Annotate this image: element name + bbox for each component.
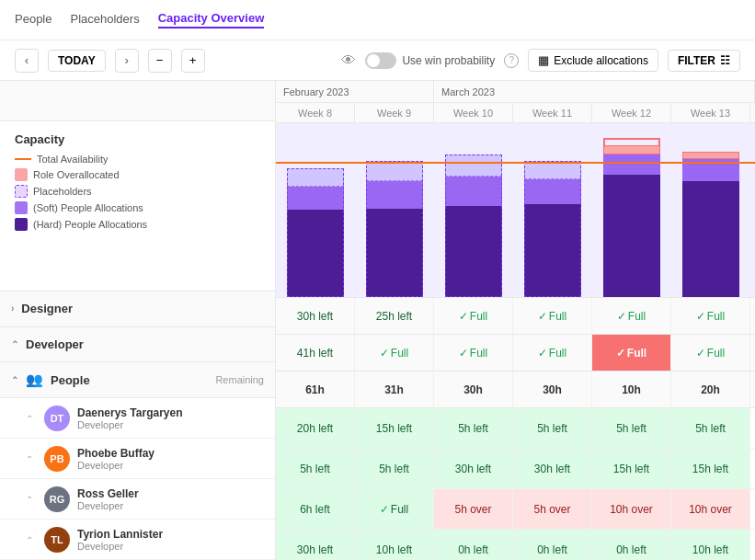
person-role-daenerys: Developer <box>77 419 183 430</box>
prev-button[interactable]: ‹ <box>15 49 39 73</box>
ross-cells: 6h left ✓Full 5h over 5h over 10h over 1… <box>276 489 755 530</box>
win-prob-toggle[interactable] <box>365 52 396 69</box>
today-button[interactable]: TODAY <box>48 50 106 72</box>
excl-alloc-button[interactable]: ▦ Exclude allocations <box>528 49 658 72</box>
designer-group-header[interactable]: › Designer <box>0 291 275 327</box>
person-info-tyrion: Tyrion Lannister Developer <box>77 528 163 552</box>
dev-cell-3: ✓Full <box>513 335 592 371</box>
dt-cell-0: 20h left <box>276 408 355 448</box>
person-info-ross: Ross Geller Developer <box>77 487 139 511</box>
dt-cell-5: 5h left <box>671 408 750 448</box>
designer-chevron: › <box>11 303 14 314</box>
rg-cell-5: 10h over <box>671 489 750 529</box>
bar-week8 <box>276 123 355 297</box>
daenerys-cells: 20h left 15h left 5h left 5h left 5h lef… <box>276 408 755 449</box>
month-mar: March 2023 <box>434 81 755 102</box>
ph-cell-1: 31h <box>355 371 434 407</box>
person-name-phoebe: Phoebe Buffay <box>77 447 154 460</box>
bar-week10 <box>434 123 513 297</box>
dev-cell-5: ✓Full <box>671 335 750 371</box>
legend: Capacity Total Availability Role Overall… <box>0 121 275 291</box>
person-chevron-ross: ⌃ <box>26 495 33 505</box>
people-header-data-row: 61h 31h 30h 30h 10h 20h <box>276 371 755 408</box>
designer-cell-2: ✓✓ FullFull <box>434 298 513 334</box>
weeks-row: Week 8 Week 9 Week 10 Week 11 Week 12 We… <box>276 103 755 123</box>
nav-capacity-overview[interactable]: Capacity Overview <box>158 11 265 29</box>
rg-cell-4: 10h over <box>592 489 671 529</box>
legend-total-avail: Total Availability <box>15 154 260 165</box>
tl-cell-4: 0h left <box>592 530 671 560</box>
designer-label: Designer <box>21 302 73 315</box>
filter-button[interactable]: FILTER ☷ <box>668 50 740 72</box>
toolbar: ‹ TODAY › − + 👁 Use win probability ? ▦ … <box>0 40 755 81</box>
person-chevron-phoebe: ⌃ <box>26 454 33 464</box>
tl-cell-5: 10h left <box>671 530 750 560</box>
legend-hard-alloc-icon <box>15 218 28 231</box>
avatar-tyrion: TL <box>44 527 70 553</box>
designer-cell-5: ✓Full <box>671 298 750 334</box>
week-11: Week 11 <box>513 103 592 122</box>
dev-cell-0: 41h left <box>276 335 355 371</box>
person-left-tyrion: ⌃ TL Tyrion Lannister Developer <box>0 520 276 560</box>
person-left-daenerys: ⌃ DT Daenerys Targaryen Developer <box>0 398 276 439</box>
people-subheader: ⌃ 👥 People Remaining <box>0 362 275 398</box>
left-panel: Capacity Total Availability Role Overall… <box>0 81 276 560</box>
person-row-daenerys: ⌃ DT Daenerys Targaryen Developer <box>0 398 275 439</box>
pb-cell-3: 30h left <box>513 449 592 488</box>
dt-cell-2: 5h left <box>434 408 513 448</box>
pb-cell-4: 15h left <box>592 449 671 488</box>
filter-icon: ☷ <box>720 54 730 67</box>
zoom-out-button[interactable]: − <box>148 49 172 73</box>
dev-cell-2: ✓Full <box>434 335 513 371</box>
person-role-tyrion: Developer <box>77 541 163 552</box>
excl-alloc-label: Exclude allocations <box>554 54 648 67</box>
person-info-phoebe: Phoebe Buffay Developer <box>77 447 154 471</box>
developer-chevron: ⌃ <box>11 339 18 349</box>
legend-placeholders: Placeholders <box>15 185 260 198</box>
people-chevron: ⌃ <box>11 375 18 385</box>
designer-cell-0: 30h left <box>276 298 355 334</box>
legend-placeholders-icon <box>15 185 28 198</box>
nav-people[interactable]: People <box>15 12 51 28</box>
columns-icon: ▦ <box>538 53 549 67</box>
ph-cell-4: 10h <box>592 371 671 407</box>
designer-cell-1: 25h left <box>355 298 434 334</box>
pb-cell-2: 30h left <box>434 449 513 488</box>
person-role-ross: Developer <box>77 500 139 511</box>
next-button[interactable]: › <box>115 49 139 73</box>
avatar-phoebe: PB <box>44 446 70 472</box>
nav-placeholders[interactable]: Placeholders <box>70 12 139 28</box>
main-content: Capacity Total Availability Role Overall… <box>0 81 755 560</box>
person-info-daenerys: Daenerys Targaryen Developer <box>77 406 183 430</box>
week-9: Week 9 <box>355 103 434 122</box>
legend-soft-alloc-icon <box>15 201 28 214</box>
legend-overalloc: Role Overallocated <box>15 168 260 181</box>
developer-data-row: 41h left ✓Full ✓Full ✓Full ✓Full ✓Full <box>276 335 755 371</box>
avatar-ross: RG <box>44 486 70 512</box>
remaining-label: Remaining <box>215 374 264 385</box>
week-10: Week 10 <box>434 103 513 122</box>
people-group-icon: 👥 <box>26 371 43 388</box>
person-row-phoebe: ⌃ PB Phoebe Buffay Developer <box>0 439 275 479</box>
app-container: People Placeholders Capacity Overview ‹ … <box>0 0 755 560</box>
help-icon[interactable]: ? <box>504 53 519 68</box>
avg-line <box>276 162 755 164</box>
designer-cell-4: ✓Full <box>592 298 671 334</box>
win-prob-label: Use win probability <box>402 54 495 67</box>
pb-cell-1: 5h left <box>355 449 434 488</box>
zoom-in-button[interactable]: + <box>181 49 205 73</box>
dev-cell-4: ✓Full <box>592 335 671 371</box>
person-row-tyrion: ⌃ TL Tyrion Lannister Developer <box>0 520 275 560</box>
rg-cell-3: 5h over <box>513 489 592 529</box>
eye-icon[interactable]: 👁 <box>341 52 356 69</box>
ph-cell-0: 61h <box>276 371 355 407</box>
person-name-ross: Ross Geller <box>77 487 139 500</box>
pb-cell-5: 15h left <box>671 449 750 488</box>
ph-cell-5: 20h <box>671 371 750 407</box>
designer-cell-3: ✓Full <box>513 298 592 334</box>
rg-cell-1: ✓Full <box>355 489 434 529</box>
person-name-tyrion: Tyrion Lannister <box>77 528 163 541</box>
bar-week11 <box>513 123 592 297</box>
dt-cell-3: 5h left <box>513 408 592 448</box>
developer-group-header[interactable]: ⌃ Developer <box>0 327 275 363</box>
